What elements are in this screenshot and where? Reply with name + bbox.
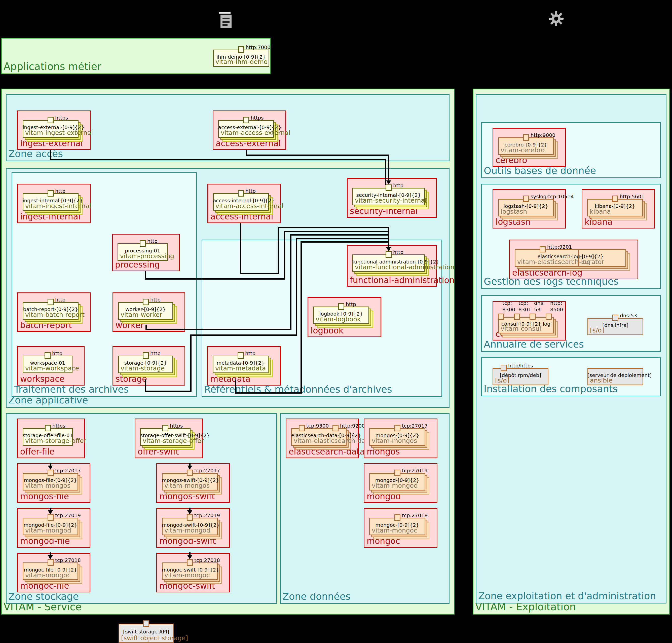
component-name-mongoc-swift: vitam-mongoc [164, 571, 210, 579]
port-label-offer-swift-0: https [170, 423, 183, 429]
port-label-metadata-0: http [245, 350, 255, 356]
port-label-logstash-0: syslog:tcp:10514 [530, 193, 574, 200]
connector-segment-arrow-into-mongod-file [50, 508, 51, 512]
port-access-internal-0 [238, 190, 244, 196]
connector-segment-storage-to-functional-administration [145, 391, 192, 392]
connector-segment-storage-to-functional-administration [296, 239, 297, 336]
component-name-ingest-external: vitam-ingest-external [25, 129, 93, 136]
port-consul-1 [514, 314, 520, 320]
port-security-internal-0 [386, 184, 392, 191]
connector-segment-storage-to-functional-administration [190, 335, 297, 336]
port-workspace-0 [45, 352, 51, 359]
component-instance-swift-storage-api: [swift storage API] [119, 629, 174, 635]
port-label-access-external-0: https [251, 114, 264, 121]
port-label-dns-infra-0: dns:53 [620, 312, 637, 319]
port-label-mongos-file-0: tcp:27017 [55, 467, 81, 474]
port-dns-infra-0 [612, 315, 619, 321]
component-name-ansible: ansible [590, 377, 612, 384]
component-group-label-offer-file: offer-file [20, 447, 55, 457]
log-icon-line [223, 24, 228, 26]
log-icon-top-bar [219, 12, 230, 14]
document-log-icon [218, 11, 232, 28]
component-name-mongos-file: vitam-mongos [25, 482, 71, 489]
connector-segment-arrow-into-mongoc-swift [189, 553, 191, 556]
component-name-offer-swift: vitam-storage-offer [143, 437, 204, 445]
vitam-deployment-diagram: Applications métierVITAM - ServiceVITAM … [0, 0, 672, 643]
component-group-label-workspace: workspace [20, 374, 65, 384]
component-name-security-internal: vitam-security-internal [355, 197, 427, 204]
connector-segment-storage-to-functional-administration [190, 335, 192, 392]
port-depot-rpm-deb-0 [501, 365, 507, 371]
zone-label-zone-exploitation-admin: Zone exploitation et d'administration [478, 591, 656, 602]
port-label-workspace-0: http [52, 350, 62, 356]
connector-segment-access-internal-to-functional-administration [278, 227, 389, 228]
component-name-mongod-swift: vitam-mongod [164, 527, 211, 534]
component-name-swift-storage-api: [swift object storage] [121, 634, 188, 642]
port-label-ingest-external-0: https [55, 114, 68, 121]
connector-segment-worker-to-functional-administration [290, 234, 389, 235]
port-ingest-external-0 [48, 117, 53, 123]
component-name-mongos: vitam-mongos [372, 437, 417, 445]
zone-label-zone-donnees: Zone données [283, 591, 351, 602]
component-name-mongoc-file: vitam-mongoc [25, 571, 71, 579]
port-label-functional-administration-0: http [393, 249, 404, 255]
connector-segment-worker-to-functional-administration [290, 235, 291, 330]
port-label-logbook-0: http [346, 301, 356, 307]
component-name-kibana: kibana [590, 208, 611, 215]
connector-segment-access-external-to-security-internal [245, 155, 389, 156]
port-ingest-internal-0 [48, 190, 53, 196]
component-name-access-external: vitam-access-external [221, 129, 290, 136]
component-name-logbook: vitam-logbook [316, 316, 361, 323]
component-name-functional-administration: vitam-functional-administration [355, 264, 454, 271]
port-worker-0 [143, 299, 149, 305]
component-name-metadata: vitam-metadata [215, 365, 266, 372]
port-mongoc-file-0 [48, 559, 53, 566]
log-icon-line [223, 21, 229, 23]
port-label-mongos-swift-0: tcp:27017 [194, 467, 220, 474]
port-swift-storage-api-0 [143, 620, 149, 627]
connector-segment-storage-to-functional-administration [296, 238, 389, 239]
component-name-storage: vitam-storage [121, 365, 165, 372]
port-mongod-file-0 [48, 514, 53, 521]
port-kibana-0 [612, 196, 618, 202]
settings-gear-icon [548, 10, 565, 27]
port-label-ihm-demo-0: http:7000 [245, 44, 271, 51]
component-name-worker: vitam-worker [121, 311, 162, 318]
connector-segment-access-internal-to-functional-administration [278, 227, 279, 274]
port-mongos-file-0 [48, 470, 53, 476]
port-mongoc-swift-0 [187, 559, 193, 566]
connector-segment-access-internal-to-functional-administration [240, 223, 241, 274]
log-icon-line [223, 17, 229, 20]
port-label-security-internal-0: http [393, 182, 404, 189]
port-consul-3 [545, 314, 552, 320]
port-consul-0 [498, 314, 504, 320]
component-name-mongod: vitam-mongod [372, 482, 418, 489]
port-label-mongoc-swift-0: tcp:27018 [194, 557, 220, 563]
port-offer-swift-0 [162, 425, 168, 431]
connector-segment-processing-to-functional-administration [284, 231, 285, 280]
port-label-consul-2: dns: 53 [534, 300, 545, 313]
component-name-mongod-file: vitam-mongod [25, 527, 71, 534]
port-label-storage-0: http [150, 350, 160, 356]
port-label-mongod-0: tcp:27019 [402, 467, 428, 474]
port-mongoc-0 [394, 514, 400, 521]
component-name-workspace: vitam-workspace [25, 365, 79, 372]
component-name-elasticsearch-data: vitam-elasticsearch-data [294, 437, 372, 445]
port-cerebro-0 [523, 134, 529, 141]
component-name-access-internal: vitam-access-internal [215, 202, 283, 210]
connector-segment-access-internal-to-functional-administration [240, 273, 279, 274]
port-logbook-0 [338, 303, 344, 310]
port-mongod-swift-0 [187, 514, 193, 521]
component-name-mongos-swift: vitam-mongos [164, 482, 209, 489]
connector-segment-metadata-to-functional-administration [388, 242, 389, 248]
port-label-mongoc-file-0: tcp:27018 [55, 557, 81, 563]
port-offer-file-0 [45, 425, 51, 431]
port-elasticsearch-data-0 [299, 425, 305, 431]
port-ihm-demo-0 [238, 46, 244, 53]
connector-segment-processing-to-functional-administration [284, 231, 389, 232]
component-name-consul: vitam-consul [501, 325, 541, 332]
port-label-elasticsearch-log-0: http:9201 [547, 244, 572, 250]
component-name-ingest-internal: vitam-ingest-internal [25, 202, 91, 210]
component-name-cerebro: vitam-cerebro [501, 146, 545, 154]
connector-segment-access-external-to-security-internal [388, 155, 389, 182]
